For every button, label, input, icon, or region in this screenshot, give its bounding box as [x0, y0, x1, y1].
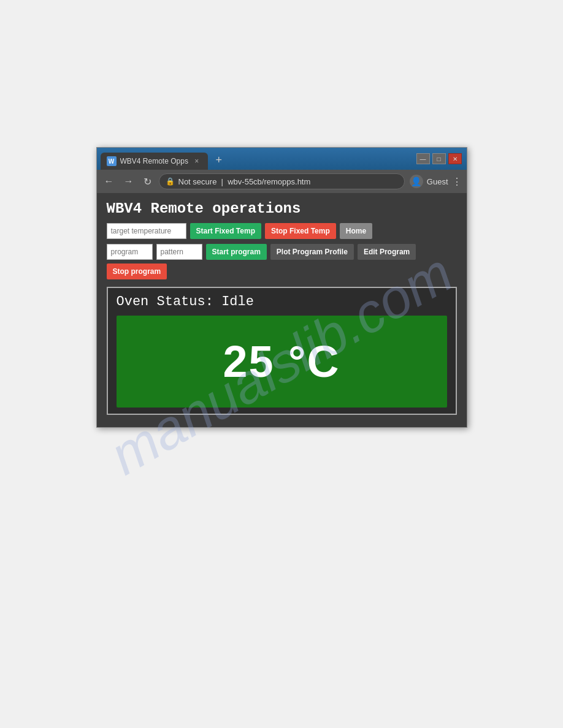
new-tab-button[interactable]: + — [210, 151, 228, 169]
profile-icon[interactable]: 👤 — [410, 175, 423, 188]
title-bar: W WBV4 Remote Opps × + — □ ✕ — [97, 148, 467, 170]
refresh-button[interactable]: ↻ — [141, 175, 154, 189]
profile-area: 👤 Guest ⋮ — [410, 175, 462, 188]
pattern-input[interactable] — [156, 244, 202, 260]
minimize-button[interactable]: — — [416, 153, 430, 164]
browser-menu-icon[interactable]: ⋮ — [452, 176, 462, 188]
security-label: Not secure | wbv-55cb/remopps.htm — [178, 177, 398, 186]
stop-fixed-temp-button[interactable]: Stop Fixed Temp — [265, 223, 336, 239]
address-bar: ← → ↻ 🔒 Not secure | wbv-55cb/remopps.ht… — [97, 170, 467, 193]
tab-area: W WBV4 Remote Opps × + — [101, 148, 463, 170]
tab-title: WBV4 Remote Opps — [120, 157, 188, 165]
oven-status-title: Oven Status: Idle — [117, 294, 447, 309]
start-fixed-temp-button[interactable]: Start Fixed Temp — [190, 223, 261, 239]
stop-program-button[interactable]: Stop program — [107, 264, 167, 279]
address-bar-input[interactable]: 🔒 Not secure | wbv-55cb/remopps.htm — [159, 173, 405, 189]
temperature-value: 25 °C — [223, 336, 340, 387]
oven-status-box: Oven Status: Idle 25 °C — [107, 287, 457, 415]
security-icon: 🔒 — [166, 177, 175, 186]
page-wrapper: manualslib.com W WBV4 Remote Opps × + — … — [0, 0, 563, 728]
program-input[interactable] — [107, 244, 153, 260]
edit-program-button[interactable]: Edit Program — [358, 244, 416, 260]
close-button[interactable]: ✕ — [448, 153, 462, 164]
page-content: WBV4 Remote operations Start Fixed Temp … — [97, 193, 467, 427]
window-controls: — □ ✕ — [416, 153, 462, 164]
fixed-temp-row: Start Fixed Temp Stop Fixed Temp Home — [107, 223, 457, 239]
maximize-button[interactable]: □ — [432, 153, 446, 164]
home-button[interactable]: Home — [340, 223, 372, 239]
profile-name: Guest — [427, 177, 448, 186]
tab-favicon: W — [107, 156, 117, 166]
tab-close-button[interactable]: × — [192, 156, 202, 166]
forward-button[interactable]: → — [121, 175, 136, 188]
target-temperature-input[interactable] — [107, 223, 186, 239]
plot-program-button[interactable]: Plot Program Profile — [270, 244, 354, 260]
program-row: Start program Plot Program Profile Edit … — [107, 244, 457, 279]
start-program-button[interactable]: Start program — [206, 244, 267, 260]
active-tab[interactable]: W WBV4 Remote Opps × — [101, 153, 208, 170]
back-button[interactable]: ← — [102, 175, 117, 188]
browser-window: W WBV4 Remote Opps × + — □ ✕ ← → ↻ 🔒 Not… — [96, 147, 467, 428]
temperature-display: 25 °C — [117, 316, 447, 408]
page-title: WBV4 Remote operations — [107, 200, 457, 217]
